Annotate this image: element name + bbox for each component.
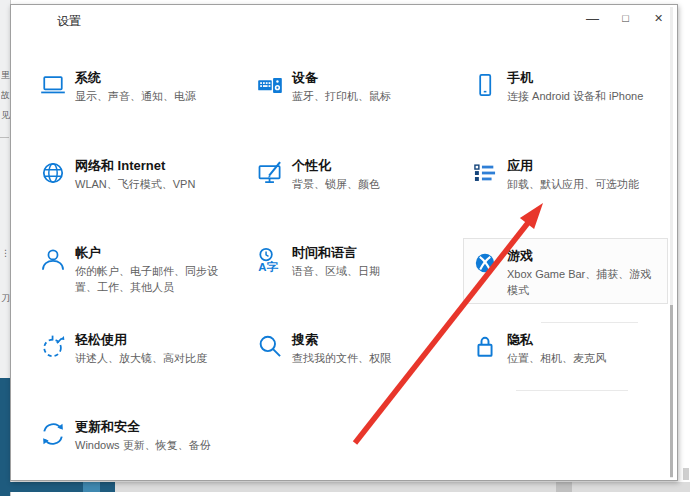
clock-language-icon: A字	[256, 246, 284, 274]
window-controls: — □ ✕	[576, 5, 675, 31]
tile-time-language[interactable]: A字 时间和语言 语音、区域、日期	[256, 244, 380, 279]
clipped-text-fragment: 见	[1, 110, 10, 120]
tile-subtitle: 蓝牙、打印机、鼠标	[292, 88, 391, 104]
faint-divider	[516, 390, 628, 391]
tile-title: 搜索	[292, 331, 391, 348]
tile-title: 隐私	[507, 331, 606, 348]
clipped-text-fragment: 刀	[1, 293, 10, 303]
faint-divider	[541, 322, 638, 323]
window-title: 设置	[57, 13, 81, 30]
tile-update-security[interactable]: 更新和安全 Windows 更新、恢复、备份	[39, 418, 211, 453]
background-window-blue-panel	[0, 378, 10, 496]
tile-subtitle: 语音、区域、日期	[292, 263, 380, 279]
tile-search[interactable]: 搜索 查找我的文件、权限	[256, 331, 391, 366]
background-taskbar-gray	[115, 482, 690, 492]
tile-devices[interactable]: 设备 蓝牙、打印机、鼠标	[256, 69, 391, 104]
clipped-text-fragment: 故	[1, 90, 10, 100]
tile-system[interactable]: 系统 显示、声音、通知、电源	[39, 69, 196, 104]
xbox-icon	[471, 249, 499, 277]
tile-title: 系统	[75, 69, 196, 86]
person-icon	[39, 246, 67, 274]
app-list-icon	[471, 159, 499, 187]
titlebar[interactable]: 设置 — □ ✕	[11, 5, 677, 35]
divider	[0, 137, 9, 138]
tile-personalization[interactable]: 个性化 背景、锁屏、颜色	[256, 157, 380, 192]
search-icon	[256, 333, 284, 361]
minimize-button[interactable]: —	[576, 5, 609, 31]
tile-title: 个性化	[292, 157, 380, 174]
tile-subtitle: 背景、锁屏、颜色	[292, 176, 380, 192]
tile-subtitle: 卸载、默认应用、可选功能	[507, 176, 639, 192]
background-corner-fragment	[683, 468, 689, 480]
tile-subtitle: Xbox Game Bar、捕获、游戏模式	[507, 266, 659, 298]
tile-title: 设备	[292, 69, 391, 86]
globe-icon	[39, 159, 67, 187]
lock-icon	[471, 333, 499, 361]
tile-title: 帐户	[75, 244, 237, 261]
keyboard-speaker-icon	[256, 71, 284, 99]
tile-title: 游戏	[507, 247, 659, 264]
tile-subtitle: Windows 更新、恢复、备份	[75, 437, 211, 453]
tile-title: 手机	[507, 69, 643, 86]
tile-ease-of-access[interactable]: 轻松使用 讲述人、放大镜、高对比度	[39, 331, 207, 366]
svg-text:A字: A字	[258, 260, 278, 273]
tile-subtitle: 查找我的文件、权限	[292, 350, 391, 366]
background-taskbar-highlight	[83, 482, 100, 492]
tile-gaming[interactable]: 游戏 Xbox Game Bar、捕获、游戏模式	[471, 247, 659, 298]
tile-subtitle: WLAN、飞行模式、VPN	[75, 176, 195, 192]
tile-subtitle: 连接 Android 设备和 iPhone	[507, 88, 643, 104]
tile-title: 时间和语言	[292, 244, 380, 261]
sync-icon	[39, 420, 67, 448]
vertical-scrollbar-thumb[interactable]	[670, 305, 673, 477]
tile-network[interactable]: 网络和 Internet WLAN、飞行模式、VPN	[39, 157, 195, 192]
tile-title: 网络和 Internet	[75, 157, 195, 174]
tile-apps[interactable]: 应用 卸载、默认应用、可选功能	[471, 157, 639, 192]
clipped-text-fragment: ⋮	[1, 248, 10, 258]
tile-accounts[interactable]: 帐户 你的帐户、电子邮件、同步设置、工作、其他人员	[39, 244, 237, 295]
tile-subtitle: 位置、相机、麦克风	[507, 350, 606, 366]
settings-window: 设置 — □ ✕ 系统 显示、声音、通知、电源	[10, 4, 678, 481]
tile-privacy[interactable]: 隐私 位置、相机、麦克风	[471, 331, 606, 366]
maximize-button[interactable]: □	[609, 5, 642, 31]
tile-title: 更新和安全	[75, 418, 211, 435]
monitor-brush-icon	[256, 159, 284, 187]
ease-of-access-icon	[39, 333, 67, 361]
laptop-icon	[39, 71, 67, 99]
background-scrollbar-thumb[interactable]	[556, 482, 572, 492]
tile-title: 应用	[507, 157, 639, 174]
tile-subtitle: 你的帐户、电子邮件、同步设置、工作、其他人员	[75, 263, 237, 295]
clipped-text-fragment: 里	[1, 70, 10, 80]
phone-icon	[471, 71, 499, 99]
tile-subtitle: 讲述人、放大镜、高对比度	[75, 350, 207, 366]
tile-subtitle: 显示、声音、通知、电源	[75, 88, 196, 104]
tile-phone[interactable]: 手机 连接 Android 设备和 iPhone	[471, 69, 643, 104]
tile-title: 轻松使用	[75, 331, 207, 348]
